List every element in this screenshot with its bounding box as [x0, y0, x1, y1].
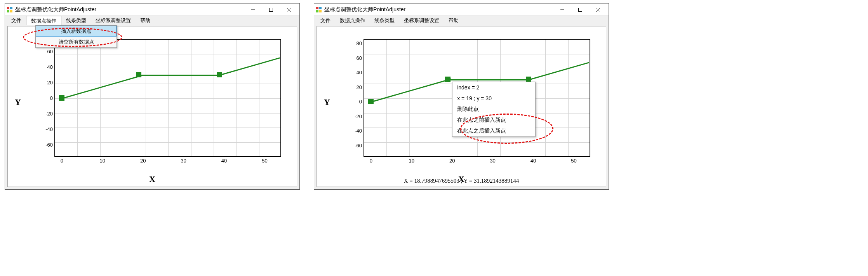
x-tick: 40 — [531, 156, 536, 164]
titlebar: 坐标点调整优化大师PointAdjuster — [5, 3, 299, 16]
x-tick: 50 — [571, 156, 576, 164]
menubar: 文件 数据点操作 线条类型 坐标系调整设置 帮助 — [314, 16, 609, 25]
menu-axis-settings[interactable]: 坐标系调整设置 — [399, 16, 444, 25]
status-coords: X = 18.7988947695503 ; Y = 31.1892143889… — [317, 178, 606, 184]
context-menu: index = 2 x = 19 ; y = 30 删除此点 在此点之前插入新点… — [452, 82, 536, 137]
y-tick: 0 — [50, 95, 55, 101]
x-tick: 50 — [262, 156, 267, 164]
y-tick: 60 — [357, 55, 364, 61]
titlebar: 坐标点调整优化大师PointAdjuster — [314, 3, 609, 16]
chart-line — [448, 79, 529, 80]
chart-line — [219, 57, 280, 76]
plot-area[interactable]: 60 40 20 0 -20 -40 -60 0 10 20 30 40 50 — [54, 39, 281, 157]
minimize-button[interactable] — [553, 4, 571, 16]
menu-line-type[interactable]: 线条类型 — [370, 16, 399, 25]
menu-file[interactable]: 文件 — [7, 16, 26, 25]
app-icon — [7, 7, 13, 13]
y-tick: -40 — [45, 126, 55, 132]
y-tick: -60 — [45, 142, 55, 148]
y-tick: -20 — [45, 110, 55, 116]
x-axis-label: X — [149, 174, 155, 184]
chart-line — [139, 75, 220, 76]
x-tick: 0 — [370, 156, 372, 164]
maximize-button[interactable] — [262, 4, 280, 16]
svg-rect-10 — [316, 10, 318, 12]
minimize-button[interactable] — [244, 4, 262, 16]
svg-rect-2 — [7, 10, 9, 12]
x-tick: 30 — [181, 156, 186, 164]
menu-axis-settings[interactable]: 坐标系调整设置 — [91, 16, 136, 25]
dropdown-insert-point[interactable]: 插入新数据点 — [36, 26, 117, 37]
chart-line — [62, 75, 142, 99]
y-tick: 0 — [359, 99, 364, 105]
ctx-delete-point[interactable]: 删除此点 — [452, 104, 535, 115]
chart-panel: Y X 80 60 40 20 0 -20 -40 -60 0 10 20 30… — [317, 26, 606, 187]
y-tick: -40 — [355, 128, 364, 134]
x-tick: 20 — [140, 156, 146, 164]
y-axis-label: Y — [15, 97, 21, 107]
svg-rect-3 — [10, 10, 12, 12]
y-tick: 80 — [357, 40, 364, 46]
chart: Y X 80 60 40 20 0 -20 -40 -60 0 10 20 30… — [329, 36, 594, 169]
chart: Y X 60 40 20 0 -20 -40 -60 0 10 20 30 40… — [19, 36, 285, 169]
menu-help[interactable]: 帮助 — [444, 16, 463, 25]
y-tick: -60 — [355, 142, 364, 148]
window-right: 坐标点调整优化大师PointAdjuster 文件 数据点操作 线条类型 坐标系… — [314, 3, 609, 190]
menu-point-ops[interactable]: 数据点操作 — [26, 16, 61, 25]
y-tick: 60 — [47, 49, 55, 54]
y-tick: -20 — [355, 113, 364, 119]
x-tick: 30 — [490, 156, 495, 164]
dropdown-clear-all[interactable]: 清空所有数据点 — [36, 37, 117, 47]
svg-rect-9 — [319, 7, 322, 9]
svg-rect-13 — [579, 8, 582, 11]
dropdown-point-ops: 插入新数据点 清空所有数据点 — [35, 25, 117, 48]
close-button[interactable] — [280, 4, 298, 16]
window-title: 坐标点调整优化大师PointAdjuster — [15, 6, 244, 13]
menu-point-ops[interactable]: 数据点操作 — [335, 16, 370, 25]
x-tick: 0 — [61, 156, 63, 164]
y-tick: 20 — [357, 84, 364, 90]
data-point[interactable] — [526, 77, 531, 82]
x-tick: 10 — [100, 156, 105, 164]
ctx-insert-after[interactable]: 在此点之后插入新点 — [452, 126, 535, 136]
data-point[interactable] — [59, 95, 64, 101]
ctx-insert-before[interactable]: 在此点之前插入新点 — [452, 115, 535, 126]
svg-rect-5 — [270, 8, 273, 11]
x-tick: 20 — [449, 156, 455, 164]
y-tick: 20 — [47, 79, 55, 85]
data-point[interactable] — [445, 77, 451, 82]
chart-panel: Y X 60 40 20 0 -20 -40 -60 0 10 20 30 40… — [7, 26, 297, 187]
menu-line-type[interactable]: 线条类型 — [61, 16, 91, 25]
data-point[interactable] — [368, 99, 374, 104]
chart-line — [371, 79, 451, 103]
menubar: 文件 数据点操作 线条类型 坐标系调整设置 帮助 — [5, 16, 299, 25]
window-title: 坐标点调整优化大师PointAdjuster — [324, 6, 553, 13]
menu-file[interactable]: 文件 — [316, 16, 335, 25]
svg-rect-0 — [7, 7, 9, 9]
window-left: 坐标点调整优化大师PointAdjuster 文件 数据点操作 线条类型 坐标系… — [5, 3, 300, 190]
x-tick: 10 — [409, 156, 414, 164]
svg-rect-8 — [316, 7, 318, 9]
y-tick: 40 — [357, 70, 364, 75]
chart-line — [529, 62, 590, 80]
ctx-index-info: index = 2 — [452, 82, 535, 93]
ctx-xy-info: x = 19 ; y = 30 — [452, 93, 535, 104]
y-tick: 40 — [47, 64, 55, 70]
svg-rect-1 — [10, 7, 12, 9]
data-point[interactable] — [217, 72, 222, 77]
y-axis-label: Y — [324, 97, 330, 107]
plot-area[interactable]: 80 60 40 20 0 -20 -40 -60 0 10 20 30 40 … — [364, 39, 590, 157]
x-tick: 40 — [221, 156, 227, 164]
menu-help[interactable]: 帮助 — [136, 16, 155, 25]
close-button[interactable] — [589, 4, 607, 16]
maximize-button[interactable] — [571, 4, 589, 16]
svg-rect-11 — [319, 10, 322, 12]
app-icon — [316, 7, 322, 13]
data-point[interactable] — [136, 72, 141, 77]
